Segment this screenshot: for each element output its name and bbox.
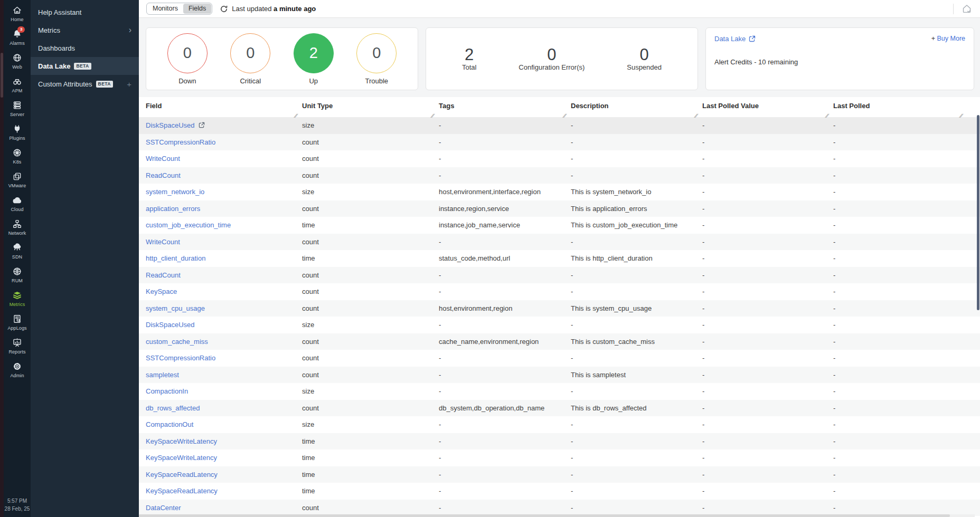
field-link[interactable]: KeySpaceWriteLatency — [146, 454, 217, 462]
field-link[interactable]: KeySpaceWriteLatency — [146, 437, 217, 445]
field-link[interactable]: http_client_duration — [146, 254, 205, 262]
field-link[interactable]: CompactionOut — [146, 420, 193, 428]
field-link[interactable]: CompactionIn — [146, 387, 188, 395]
column-header-description[interactable]: Description // — [571, 102, 702, 117]
table-row[interactable]: custom_cache_miss count cache_name,envir… — [139, 333, 980, 350]
field-link[interactable]: SSTCompressionRatio — [146, 138, 215, 146]
field-link[interactable]: KeySpaceReadLatency — [146, 471, 218, 478]
rail-item-home[interactable]: Home — [4, 5, 31, 22]
rail-item-cloud[interactable]: Cloud — [4, 195, 31, 212]
rail-item-rum[interactable]: RUM — [4, 266, 31, 283]
field-link[interactable]: db_rows_affected — [146, 404, 200, 412]
status-up[interactable]: 2 Up — [294, 33, 334, 85]
count-configuration-error-s-[interactable]: 0 Configuration Error(s) — [519, 46, 585, 72]
table-row[interactable]: KeySpaceReadLatency time - - - - — [139, 466, 980, 483]
sidebar-item-data-lake[interactable]: Data Lake BETA — [31, 57, 139, 75]
status-down[interactable]: 0 Down — [167, 33, 208, 85]
table-row[interactable]: ReadCount count - - - - — [139, 167, 980, 184]
table-row[interactable]: WriteCount count - - - - — [139, 234, 980, 251]
rail-item-alarms[interactable]: 3 Alarms — [4, 29, 31, 46]
sidebar-item-metrics[interactable]: Metrics › — [31, 21, 139, 39]
unit-type-cell: time — [302, 254, 439, 262]
field-link[interactable]: custom_job_execution_time — [146, 221, 231, 229]
table-row[interactable]: KeySpaceReadLatency time - - - - — [139, 483, 980, 500]
table-row[interactable]: KeySpaceWriteLatency time - - - - — [139, 433, 980, 450]
count-suspended[interactable]: 0 Suspended — [627, 46, 662, 72]
buy-more-link[interactable]: + Buy More — [931, 35, 965, 42]
sidebar-item-dashboards[interactable]: Dashboards — [31, 39, 139, 57]
field-link[interactable]: custom_cache_miss — [146, 338, 208, 346]
tags-cell: - — [439, 321, 571, 329]
column-header-unit-type[interactable]: Unit Type // — [302, 102, 439, 117]
data-lake-link[interactable]: Data Lake — [714, 35, 756, 43]
rail-item-network[interactable]: Network — [4, 219, 31, 236]
column-header-last-polled[interactable]: Last Polled // — [833, 102, 967, 117]
field-link[interactable]: SSTCompressionRatio — [146, 354, 215, 362]
field-link[interactable]: KeySpace — [146, 288, 177, 295]
rail-item-sdn[interactable]: SDN — [4, 243, 31, 260]
table-row[interactable]: DataCenter count - - - - — [139, 500, 980, 516]
column-header-tags[interactable]: Tags // — [439, 102, 571, 117]
rail-item-web[interactable]: Web — [4, 53, 31, 70]
status-critical[interactable]: 0 Critical — [230, 33, 270, 85]
table-row[interactable]: db_rows_affected count db_system,db_oper… — [139, 400, 980, 417]
column-header-last-polled-value[interactable]: Last Polled Value // — [702, 102, 833, 117]
field-link[interactable]: sampletest — [146, 371, 179, 379]
table-row[interactable]: CompactionIn size - - - - — [139, 383, 980, 400]
table-row[interactable]: KeySpaceWriteLatency time - - - - — [139, 449, 980, 466]
field-link[interactable]: DataCenter — [146, 504, 181, 512]
field-link[interactable]: ReadCount — [146, 171, 181, 179]
table-row[interactable]: sampletest count - This is sampletest - … — [139, 367, 980, 384]
last-polled-value-cell: - — [702, 321, 833, 329]
open-field-external-icon[interactable] — [199, 122, 205, 128]
toggle-option-monitors[interactable]: Monitors — [147, 4, 183, 14]
horizontal-scrollbar-track[interactable] — [139, 514, 975, 517]
table-row[interactable]: WriteCount count - - - - — [139, 150, 980, 167]
add-icon[interactable]: + — [127, 80, 131, 88]
description-cell: - — [571, 271, 702, 279]
rail-item-vmware[interactable]: VMware — [4, 171, 31, 188]
rail-item-k8s[interactable]: K8s — [4, 148, 31, 165]
field-link[interactable]: system_cpu_usage — [146, 304, 205, 312]
table-row[interactable]: CompactionOut size - - - - — [139, 416, 980, 433]
table-row[interactable]: application_errors count instance,region… — [139, 200, 980, 217]
rail-item-plugins[interactable]: Plugins — [4, 124, 31, 141]
column-header-field[interactable]: Field // — [146, 102, 302, 117]
table-row[interactable]: KeySpace count - - - - — [139, 283, 980, 300]
rail-item-metrics[interactable]: Metrics — [4, 290, 31, 307]
field-link[interactable]: DiskSpaceUsed — [146, 121, 195, 129]
horizontal-scrollbar-thumb[interactable] — [139, 514, 950, 517]
rail-item-reports[interactable]: Reports — [4, 338, 31, 355]
table-row[interactable]: http_client_duration time status_code,me… — [139, 250, 980, 267]
field-link[interactable]: ReadCount — [146, 271, 181, 279]
sidebar-item-help-assistant[interactable]: Help Assistant — [31, 3, 139, 21]
count-total[interactable]: 2 Total — [462, 46, 476, 72]
home-shortcut-icon[interactable] — [961, 3, 973, 15]
field-link[interactable]: application_errors — [146, 205, 200, 213]
status-trouble[interactable]: 0 Trouble — [356, 33, 397, 85]
toggle-option-fields[interactable]: Fields — [183, 4, 211, 14]
rail-item-server[interactable]: Server — [4, 100, 31, 117]
sidebar-item-custom-attributes[interactable]: Custom Attributes BETA + — [31, 75, 139, 93]
field-link[interactable]: WriteCount — [146, 238, 180, 246]
table-row[interactable]: SSTCompressionRatio count - - - - — [139, 350, 980, 367]
table-row[interactable]: custom_job_execution_time time instance,… — [139, 217, 980, 234]
field-link[interactable]: WriteCount — [146, 155, 180, 162]
field-link[interactable]: system_network_io — [146, 188, 204, 196]
field-link[interactable]: DiskSpaceUsed — [146, 321, 195, 329]
last-polled-value-cell: - — [702, 487, 833, 495]
vertical-scrollbar[interactable] — [977, 115, 979, 310]
refresh-icon[interactable] — [220, 5, 228, 13]
table-row[interactable]: system_network_io size host,environment,… — [139, 184, 980, 200]
table-row[interactable]: SSTCompressionRatio count - - - - — [139, 134, 980, 151]
table-row[interactable]: DiskSpaceUsed size - - - - — [139, 117, 980, 134]
field-link[interactable]: KeySpaceReadLatency — [146, 487, 218, 495]
rail-item-admin[interactable]: Admin — [4, 361, 31, 378]
last-polled-cell: - — [833, 288, 967, 295]
table-row[interactable]: DiskSpaceUsed size - - - - — [139, 317, 980, 333]
rail-item-applogs[interactable]: AppLogs — [4, 314, 31, 331]
table-row[interactable]: ReadCount count - - - - — [139, 267, 980, 284]
unit-type-cell: count — [302, 304, 439, 312]
rail-item-apm[interactable]: APM — [4, 76, 31, 93]
table-row[interactable]: system_cpu_usage count host,environment,… — [139, 300, 980, 317]
